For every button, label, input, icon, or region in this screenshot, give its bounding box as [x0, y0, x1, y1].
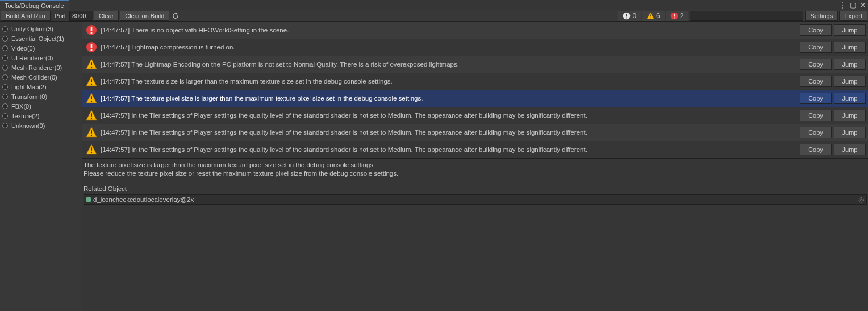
sidebar-item[interactable]: FBX(0) [0, 101, 82, 111]
sidebar-item[interactable]: Unity Option(3) [0, 24, 82, 34]
message-row[interactable]: [14:47:57] The Lightmap Encoding on the … [82, 56, 868, 73]
refresh-icon[interactable] [170, 11, 181, 21]
message-row[interactable]: [14:47:57] There is no object with HEOWo… [82, 22, 868, 39]
sidebar: Unity Option(3)Essential Object(1)Video(… [0, 22, 82, 311]
related-object-row[interactable]: d_iconcheckedoutlocaloverlay@2x ◎ [84, 194, 867, 205]
message-text: [14:47:57] There is no object with HEOWo… [101, 27, 800, 34]
sidebar-item-label: Mesh Renderer(0) [11, 64, 62, 71]
message-text: [14:47:57] In the Tier settings of Playe… [101, 146, 800, 153]
jump-button[interactable]: Jump [834, 42, 866, 53]
detail-line: Please reduce the texture pixel size or … [84, 169, 867, 178]
warn-icon [86, 76, 97, 87]
sidebar-item-label: Transform(0) [11, 93, 47, 100]
sidebar-item[interactable]: Essential Object(1) [0, 34, 82, 43]
sidebar-item-label: Video(0) [11, 45, 35, 52]
radio-icon [2, 26, 8, 32]
radio-icon [2, 36, 8, 42]
sidebar-item-label: FBX(0) [11, 103, 31, 110]
message-text: [14:47:57] Lightmap compression is turne… [101, 44, 800, 51]
error-count: 2 [680, 12, 684, 20]
warn-icon [86, 93, 97, 104]
jump-button[interactable]: Jump [834, 144, 866, 155]
window-menu-icon[interactable]: ⋮ [837, 0, 848, 10]
window-tab[interactable]: Tools/Debug Console [0, 0, 69, 10]
copy-button[interactable]: Copy [800, 127, 832, 138]
sidebar-item-label: Unknown(0) [11, 122, 45, 129]
window-close-icon[interactable]: ✕ [858, 0, 868, 10]
copy-button[interactable]: Copy [800, 42, 832, 53]
sidebar-item[interactable]: Mesh Collider(0) [0, 72, 82, 82]
warn-icon [86, 127, 97, 138]
message-row[interactable]: [14:47:57] In the Tier settings of Playe… [82, 141, 868, 158]
message-text: [14:47:57] The texture size is larger th… [101, 78, 800, 85]
sidebar-item[interactable]: Unknown(0) [0, 121, 82, 130]
copy-button[interactable]: Copy [800, 110, 832, 121]
info-count: 0 [632, 12, 636, 20]
sidebar-item-label: Texture(2) [11, 113, 40, 119]
object-icon [86, 197, 91, 202]
message-text: [14:47:57] The Lightmap Encoding on the … [101, 61, 800, 68]
build-and-run-button[interactable]: Build And Run [1, 11, 51, 21]
detail-panel: The texture pixel size is larger than th… [82, 158, 868, 311]
radio-icon [2, 123, 8, 128]
jump-button[interactable]: Jump [834, 76, 866, 87]
warn-icon [86, 110, 97, 121]
message-row[interactable]: [14:47:57] The texture pixel size is lar… [82, 90, 868, 107]
jump-button[interactable]: Jump [834, 127, 866, 138]
warn-count: 6 [656, 12, 660, 20]
jump-button[interactable]: Jump [834, 59, 866, 70]
sidebar-item[interactable]: UI Renderer(0) [0, 53, 82, 63]
clear-button[interactable]: Clear [94, 11, 119, 21]
detail-line: The texture pixel size is larger than th… [84, 161, 867, 169]
radio-icon [2, 113, 8, 119]
related-object-name: d_iconcheckedoutlocaloverlay@2x [93, 196, 194, 204]
search-input[interactable] [690, 11, 803, 21]
toolbar: Build And Run Port Clear Clear on Build … [0, 10, 868, 22]
settings-button[interactable]: Settings [805, 11, 838, 21]
port-input[interactable] [69, 11, 93, 21]
window-maximize-icon[interactable]: ▢ [848, 0, 858, 10]
warn-icon [86, 59, 97, 70]
clear-on-build-button[interactable]: Clear on Build [120, 11, 169, 21]
radio-icon [2, 84, 8, 90]
jump-button[interactable]: Jump [834, 110, 866, 121]
message-text: [14:47:57] In the Tier settings of Playe… [101, 112, 800, 119]
error-count-toggle[interactable]: 2 [666, 11, 688, 21]
sidebar-item[interactable]: Video(0) [0, 43, 82, 53]
message-text: [14:47:57] The texture pixel size is lar… [101, 95, 800, 102]
error-icon [86, 42, 97, 53]
sidebar-item-label: Unity Option(3) [11, 26, 53, 32]
related-object-label: Related Object [84, 185, 867, 193]
message-row[interactable]: [14:47:57] In the Tier settings of Playe… [82, 124, 868, 141]
copy-button[interactable]: Copy [800, 59, 832, 70]
warn-count-toggle[interactable]: 6 [642, 11, 665, 21]
sidebar-item[interactable]: Texture(2) [0, 111, 82, 121]
error-icon [86, 24, 97, 36]
copy-button[interactable]: Copy [800, 93, 832, 104]
message-row[interactable]: [14:47:57] The texture size is larger th… [82, 73, 868, 90]
copy-button[interactable]: Copy [800, 144, 832, 155]
radio-icon [2, 55, 8, 61]
radio-icon [2, 94, 8, 99]
jump-button[interactable]: Jump [834, 93, 866, 104]
message-list: [14:47:57] There is no object with HEOWo… [82, 22, 868, 158]
message-row[interactable]: [14:47:57] Lightmap compression is turne… [82, 39, 868, 56]
sidebar-item[interactable]: Light Map(2) [0, 82, 82, 92]
copy-button[interactable]: Copy [800, 76, 832, 87]
copy-button[interactable]: Copy [800, 24, 832, 36]
message-row[interactable]: [14:47:57] In the Tier settings of Playe… [82, 107, 868, 124]
jump-button[interactable]: Jump [834, 24, 866, 36]
sidebar-item-label: Mesh Collider(0) [11, 74, 57, 81]
radio-icon [2, 45, 8, 51]
sidebar-item-label: UI Renderer(0) [11, 55, 53, 61]
radio-icon [2, 65, 8, 71]
sidebar-item-label: Light Map(2) [11, 84, 47, 90]
export-button[interactable]: Export [839, 11, 867, 21]
info-count-toggle[interactable]: 0 [618, 11, 641, 21]
warn-icon [86, 144, 97, 155]
object-picker-icon[interactable]: ◎ [858, 196, 864, 204]
radio-icon [2, 74, 8, 80]
sidebar-item[interactable]: Mesh Renderer(0) [0, 63, 82, 72]
sidebar-item[interactable]: Transform(0) [0, 92, 82, 101]
message-text: [14:47:57] In the Tier settings of Playe… [101, 129, 800, 136]
